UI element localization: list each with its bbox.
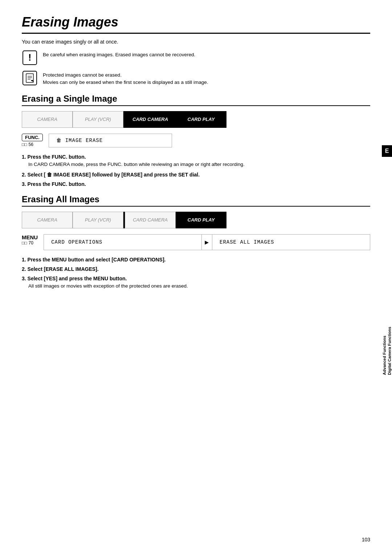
step-single-1: 1. Press the FUNC. button. In CARD CAMER… <box>22 154 370 168</box>
step-all-1: 1. Press the MENU button and select [CAR… <box>22 257 370 263</box>
title-divider <box>22 33 370 34</box>
tab-camera-single[interactable]: CAMERA <box>22 111 73 128</box>
note-notice: Protected images cannot be erased. Movie… <box>22 70 370 86</box>
tab-play-single[interactable]: PLAY (VCR) <box>73 111 123 128</box>
menu-cell-operations: CARD OPERATIONS <box>44 235 202 250</box>
steps-single: 1. Press the FUNC. button. In CARD CAMER… <box>22 154 370 187</box>
func-content-icon: 🗑 <box>56 138 62 143</box>
tab-card-camera-single[interactable]: CARD CAMERA <box>125 111 176 128</box>
step-single-1-body: In CARD CAMERA mode, press the FUNC. but… <box>22 161 370 168</box>
warning-notice: ! Be careful when erasing images. Erased… <box>22 50 370 66</box>
page-number: 103 <box>362 537 370 542</box>
step-all-1-title: 1. Press the MENU button and select [CAR… <box>22 257 370 263</box>
menu-label-box: MENU □□ 70 <box>22 234 38 245</box>
step-single-1-title: 1. Press the FUNC. button. <box>22 154 370 160</box>
mode-tabs-single: CAMERA PLAY (VCR) CARD CAMERA CARD PLAY <box>22 111 370 128</box>
menu-row: MENU □□ 70 CARD OPERATIONS ▶ ERASE ALL I… <box>22 234 370 250</box>
menu-arrow: ▶ <box>202 235 212 250</box>
menu-ref-icon: □□ <box>22 240 27 245</box>
step-single-3: 3. Press the FUNC. button. <box>22 181 370 187</box>
warning-text: Be careful when erasing images. Erased i… <box>43 50 195 58</box>
func-label-box: FUNC. □□ 56 <box>22 134 43 147</box>
side-tab-letter: E <box>382 145 392 157</box>
step-all-2: 2. Select [ERASE ALL IMAGES]. <box>22 266 370 272</box>
func-button-label: FUNC. <box>22 134 43 141</box>
step-all-3-title: 3. Select [YES] and press the MENU butto… <box>22 276 370 281</box>
func-ref: □□ 56 <box>22 142 33 147</box>
note-icon <box>22 70 38 86</box>
step-single-2: 2. Select [ 🗑 IMAGE ERASE] followed by [… <box>22 172 370 178</box>
step-all-3: 3. Select [YES] and press the MENU butto… <box>22 276 370 290</box>
step-single-3-title: 3. Press the FUNC. button. <box>22 181 370 187</box>
func-content-box: 🗑 IMAGE ERASE <box>49 134 172 147</box>
menu-word: MENU <box>22 234 38 240</box>
tab-camera-all[interactable]: CAMERA <box>22 212 73 228</box>
svg-text:!: ! <box>28 52 32 63</box>
tab-card-play-all[interactable]: CARD PLAY <box>176 212 226 228</box>
svg-rect-2 <box>23 71 37 85</box>
tab-play-all[interactable]: PLAY (VCR) <box>73 212 123 228</box>
func-ref-icon: □□ <box>22 142 27 147</box>
section-single-heading: Erasing a Single Image <box>22 94 370 106</box>
step-all-2-title: 2. Select [ERASE ALL IMAGES]. <box>22 266 370 272</box>
note-text: Protected images cannot be erased. Movie… <box>43 70 208 86</box>
tab-card-camera-all[interactable]: CARD CAMERA <box>125 212 176 228</box>
page-title: Erasing Images <box>22 15 370 30</box>
tab-card-play-single[interactable]: CARD PLAY <box>176 111 226 128</box>
step-all-3-body: All still images or movies with exceptio… <box>22 282 370 290</box>
side-tab: E <box>382 145 392 157</box>
func-row: FUNC. □□ 56 🗑 IMAGE ERASE <box>22 134 370 147</box>
warning-icon: ! <box>22 50 38 66</box>
steps-all: 1. Press the MENU button and select [CAR… <box>22 257 370 290</box>
step-single-2-title: 2. Select [ 🗑 IMAGE ERASE] followed by [… <box>22 172 370 178</box>
menu-content-row: CARD OPERATIONS ▶ ERASE ALL IMAGES <box>44 234 370 250</box>
section-all-heading: Erasing All Images <box>22 194 370 207</box>
side-label-text: Advanced Functions Digital Camera Functi… <box>382 327 392 375</box>
intro-text: You can erase images singly or all at on… <box>22 39 370 45</box>
menu-ref: □□ 70 <box>22 240 33 245</box>
func-content-text: IMAGE ERASE <box>65 138 103 143</box>
side-label: Advanced Functions Digital Camera Functi… <box>382 327 392 375</box>
menu-cell-erase-all: ERASE ALL IMAGES <box>212 235 370 250</box>
mode-tabs-all: CAMERA PLAY (VCR) CARD CAMERA CARD PLAY <box>22 212 370 228</box>
